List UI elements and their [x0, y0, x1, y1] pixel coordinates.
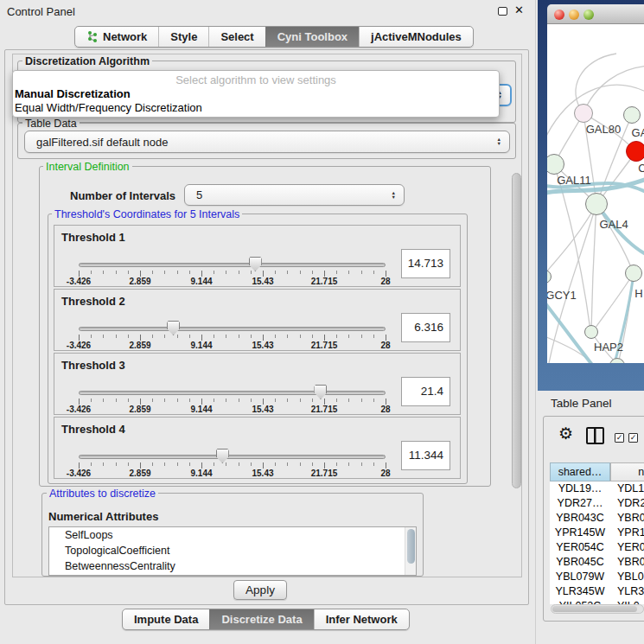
tab-cyni-toolbox[interactable]: Cyni Toolbox — [265, 27, 359, 47]
tick-label: 2.859 — [129, 469, 150, 478]
table-row[interactable]: YDR27…YDR2 — [550, 496, 644, 511]
network-node[interactable] — [585, 193, 608, 215]
bottom-tab-bar: Impute Data Discretize Data Infer Networ… — [122, 609, 410, 630]
apply-button[interactable]: Apply — [233, 580, 287, 600]
threshold-label: Threshold 3 — [61, 359, 125, 372]
tab-style[interactable]: Style — [158, 27, 208, 47]
tab-jactivemnodules[interactable]: jActiveMNodules — [359, 27, 473, 47]
tick-label: 2.859 — [129, 341, 150, 350]
network-icon — [86, 30, 99, 43]
num-intervals-combo[interactable]: 5 ▲▼ — [184, 184, 405, 206]
tab-impute-data[interactable]: Impute Data — [123, 609, 209, 629]
tab-label: Style — [170, 30, 197, 43]
attributes-list[interactable]: SelfLoopsTopologicalCoefficientBetweenne… — [48, 526, 417, 576]
node-label: C — [638, 162, 644, 175]
network-window-titlebar[interactable] — [547, 4, 644, 24]
table-rows[interactable]: YDL19…YDL1YDR27…YDR2YBR043CYBR0YPR145WYP… — [550, 481, 644, 604]
node-label: H — [634, 287, 642, 300]
panel-scrollbar-thumb[interactable] — [512, 173, 521, 488]
checkbox-icon[interactable]: ✓ — [615, 433, 624, 443]
tick-label: 9.144 — [190, 469, 212, 478]
table-hscrollbar[interactable] — [551, 604, 644, 614]
node-label: GAL80 — [586, 123, 621, 136]
slider-ticks — [79, 271, 386, 277]
threshold-value-field[interactable]: 11.344 — [401, 441, 450, 470]
scrollbar-thumb[interactable] — [407, 529, 415, 564]
network-node[interactable] — [623, 106, 641, 124]
tick-label: 15.43 — [252, 469, 273, 478]
tab-network[interactable]: Network — [75, 27, 158, 47]
split-columns-icon[interactable] — [586, 427, 604, 444]
close-traffic-light[interactable] — [554, 10, 564, 20]
tick-label: 21.715 — [311, 469, 338, 478]
slider-handle[interactable] — [249, 257, 262, 271]
float-window-icon[interactable] — [498, 7, 507, 16]
slider-track[interactable] — [79, 391, 386, 395]
group-title: Table Data — [22, 118, 80, 130]
column-header-shared[interactable]: shared… — [550, 462, 610, 481]
tab-infer-network[interactable]: Infer Network — [314, 609, 409, 629]
attribute-item[interactable]: SelfLoops — [49, 527, 416, 543]
tab-discretize-data[interactable]: Discretize Data — [209, 609, 313, 629]
table-row[interactable]: YBL079WYBL0 — [550, 570, 644, 584]
threshold-value-field[interactable]: 21.4 — [401, 377, 450, 406]
slider-track[interactable] — [79, 327, 386, 331]
table-row[interactable]: YBR043CYBR0 — [550, 511, 644, 526]
column-header-name[interactable]: name — [610, 462, 644, 481]
attribute-item[interactable]: BetweennessCentrality — [49, 558, 416, 574]
table-row[interactable]: YPR145WYPR1 — [550, 526, 644, 540]
attribute-item[interactable]: TopologicalCoefficient — [49, 543, 416, 558]
tab-select[interactable]: Select — [208, 27, 265, 47]
list-scrollbar[interactable] — [405, 527, 416, 575]
popup-option-manual-discretization[interactable]: Manual Discretization — [13, 87, 499, 100]
checkbox-icon[interactable]: ✓ — [628, 433, 638, 443]
node-label: GCY1 — [547, 289, 577, 302]
table-row[interactable]: YBR045CYBR0 — [550, 555, 644, 570]
tab-label: Impute Data — [134, 613, 198, 626]
tick-label: 15.43 — [252, 277, 273, 286]
table-row[interactable]: YLR345WYLR3 — [550, 584, 644, 599]
tick-label: 2.859 — [129, 405, 150, 414]
network-node[interactable] — [626, 141, 644, 162]
slider-ticks — [79, 335, 386, 341]
slider-tick-labels: -3.4262.8599.14415.4321.71528 — [79, 341, 386, 350]
slider-handle[interactable] — [216, 449, 229, 463]
popup-option-equal-width-frequency[interactable]: Equal Width/Frequency Discretization — [13, 101, 499, 114]
threshold-label: Threshold 1 — [61, 231, 125, 244]
threshold-label: Threshold 4 — [61, 423, 125, 436]
threshold-panel-4: Threshold 4 -3.4262.8599.14415.4321.7152… — [54, 417, 461, 479]
group-title: Discretization Algorithm — [22, 55, 152, 67]
threshold-value-field[interactable]: 14.713 — [401, 249, 450, 278]
table-data-combo[interactable]: galFiltered.sif default node ▲▼ — [24, 131, 510, 153]
zoom-traffic-light[interactable] — [583, 10, 594, 20]
close-icon[interactable]: ✕ — [514, 3, 524, 16]
tick-label: 28 — [380, 405, 390, 414]
slider-handle[interactable] — [167, 321, 180, 335]
network-node[interactable] — [574, 104, 593, 123]
slider-ticks — [79, 399, 386, 405]
threshold-panel-3: Threshold 3 -3.4262.8599.14415.4321.7152… — [54, 353, 461, 415]
tick-label: 15.43 — [252, 405, 273, 414]
slider-track[interactable] — [79, 455, 386, 459]
scrollbar-thumb[interactable] — [552, 606, 637, 612]
network-node[interactable] — [584, 325, 598, 339]
minimize-traffic-light[interactable] — [569, 10, 579, 20]
threshold-value-field[interactable]: 6.316 — [401, 313, 450, 342]
numerical-attributes-heading: Numerical Attributes — [48, 510, 158, 523]
network-node[interactable] — [625, 265, 642, 282]
table-row[interactable]: YDL19…YDL1 — [550, 481, 644, 496]
combo-value: galFiltered.sif default node — [36, 136, 168, 149]
gear-icon[interactable]: ⚙ — [558, 424, 573, 443]
tick-label: 28 — [380, 469, 390, 478]
network-canvas[interactable]: GAL80GACGAL11GAL4HGCY1HAP2 — [547, 24, 644, 363]
tick-label: 28 — [380, 341, 390, 350]
top-tab-bar: Network Style Select Cyni Toolbox jActiv… — [74, 26, 474, 48]
tab-label: jActiveMNodules — [371, 30, 462, 43]
algorithm-popup: Select algorithm to view settings Manual… — [12, 70, 500, 118]
slider-handle[interactable] — [314, 385, 327, 399]
table-row[interactable]: YER054CYER0 — [550, 540, 644, 555]
num-intervals-label: Number of Intervals — [67, 189, 178, 202]
tick-label: 9.144 — [190, 405, 212, 414]
slider-track[interactable] — [79, 263, 386, 267]
table-header: shared… name — [550, 462, 644, 481]
